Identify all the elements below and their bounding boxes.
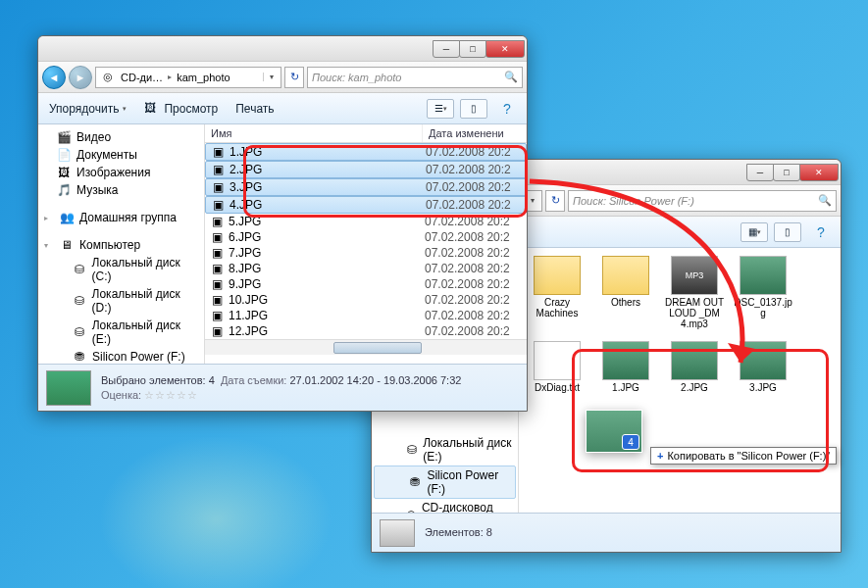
grid-item[interactable]: 1.JPG bbox=[595, 341, 656, 393]
sidebar-drive-selected[interactable]: ⛃Silicon Power (F:) bbox=[374, 466, 516, 499]
file-row[interactable]: ▣2.JPG07.02.2008 20:2 bbox=[205, 161, 527, 178]
file-row[interactable]: ▣6.JPG07.02.2008 20:2 bbox=[205, 229, 527, 245]
rating-stars[interactable]: ☆☆☆☆☆ bbox=[144, 389, 198, 401]
image-file-icon: ▣ bbox=[209, 309, 225, 322]
item-label: Crazy Machines bbox=[527, 297, 587, 318]
sidebar-lib-images[interactable]: 🖼Изображения bbox=[38, 164, 204, 181]
file-date: 07.02.2008 20:2 bbox=[425, 230, 510, 244]
preview-pane-button[interactable]: ▯ bbox=[774, 222, 801, 242]
grid-item[interactable]: DSC_0137.jpg bbox=[733, 256, 793, 329]
image-icon: 🖼 bbox=[56, 166, 72, 179]
view-button[interactable]: ☰ ▾ bbox=[427, 99, 454, 119]
breadcrumb[interactable]: ◎ CD-ди… ▸ kam_photo ▾ bbox=[95, 67, 281, 88]
file-row[interactable]: ▣8.JPG07.02.2008 20:2 bbox=[205, 261, 527, 276]
file-row[interactable]: ▣1.JPG07.02.2008 20:2 bbox=[205, 143, 527, 161]
file-list[interactable]: Имя Дата изменени ▣1.JPG07.02.2008 20:2▣… bbox=[205, 124, 527, 364]
file-row[interactable]: ▣9.JPG07.02.2008 20:2 bbox=[205, 276, 527, 292]
grid-item[interactable]: Crazy Machines bbox=[527, 256, 587, 329]
col-name[interactable]: Имя bbox=[205, 124, 423, 142]
status-bar: Элементов: 8 bbox=[372, 513, 841, 552]
sidebar-lib-docs[interactable]: 📄Документы bbox=[38, 146, 204, 164]
maximize-button[interactable]: □ bbox=[773, 164, 800, 181]
image-file-icon: ▣ bbox=[210, 163, 226, 176]
txt-icon bbox=[534, 341, 581, 380]
file-row[interactable]: ▣7.JPG07.02.2008 20:2 bbox=[205, 245, 527, 261]
maximize-button[interactable]: □ bbox=[459, 40, 486, 58]
item-label: DxDiag.txt bbox=[535, 382, 580, 393]
img-icon bbox=[740, 256, 787, 295]
breadcrumb-seg[interactable]: CD-ди… bbox=[118, 72, 166, 83]
file-name: 4.JPG bbox=[230, 198, 426, 212]
sidebar-drive[interactable]: ⛁Локальный диск (D:) bbox=[38, 285, 204, 317]
sidebar-drive[interactable]: ◎CD-дисковод (H:) Land bbox=[372, 499, 518, 513]
file-name: 1.JPG bbox=[230, 145, 426, 159]
file-icon-grid[interactable]: Crazy MachinesOthersMP3DREAM OUT LOUD _D… bbox=[519, 248, 841, 513]
organize-button[interactable]: Упорядочить ▾ bbox=[44, 100, 131, 118]
horizontal-scrollbar[interactable] bbox=[205, 339, 527, 355]
col-date[interactable]: Дата изменени bbox=[423, 124, 527, 142]
refresh-button[interactable]: ↻ bbox=[284, 67, 304, 88]
file-row[interactable]: ▣11.JPG07.02.2008 20:2 bbox=[205, 308, 527, 323]
usb-drive-icon: ⛃ bbox=[408, 475, 422, 489]
sidebar-homegroup[interactable]: ▸👥Домашняя группа bbox=[38, 207, 204, 226]
column-headers[interactable]: Имя Дата изменени bbox=[205, 124, 527, 143]
search-input[interactable]: Поиск: Silicon Power (F:) 🔍 bbox=[568, 190, 837, 212]
preview-button[interactable]: 🖼Просмотр bbox=[139, 99, 223, 119]
help-button[interactable]: ? bbox=[807, 222, 835, 242]
nav-back-button[interactable]: ◄ bbox=[42, 66, 66, 89]
plus-icon: + bbox=[657, 450, 663, 462]
scrollbar-thumb[interactable] bbox=[333, 342, 422, 354]
status-count: Элементов: 8 bbox=[425, 525, 492, 540]
grid-item[interactable]: DxDiag.txt bbox=[527, 341, 587, 393]
file-row[interactable]: ▣4.JPG07.02.2008 20:2 bbox=[205, 196, 527, 214]
sidebar-drive[interactable]: ⛁Локальный диск (E:) bbox=[38, 317, 204, 348]
image-file-icon: ▣ bbox=[209, 324, 225, 338]
help-button[interactable]: ? bbox=[493, 99, 521, 119]
file-row[interactable]: ▣10.JPG07.02.2008 20:2 bbox=[205, 292, 527, 308]
grid-item[interactable]: MP3DREAM OUT LOUD _DM 4.mp3 bbox=[664, 256, 725, 329]
preview-pane-button[interactable]: ▯ bbox=[460, 99, 487, 119]
view-button[interactable]: ▦ ▾ bbox=[740, 222, 768, 242]
search-icon: 🔍 bbox=[818, 194, 832, 207]
drop-tooltip: + Копировать в "Silicon Power (F:)" bbox=[650, 447, 837, 465]
grid-item[interactable]: Others bbox=[595, 256, 656, 329]
image-file-icon: ▣ bbox=[209, 230, 225, 244]
file-name: 8.JPG bbox=[229, 262, 425, 275]
file-row[interactable]: ▣12.JPG07.02.2008 20:2 bbox=[205, 323, 527, 339]
video-icon: 🎬 bbox=[56, 130, 72, 144]
grid-item[interactable]: 3.JPG bbox=[733, 341, 793, 393]
sidebar-drive[interactable]: ⛁Локальный диск (C:) bbox=[38, 254, 204, 285]
item-label: DSC_0137.jpg bbox=[733, 297, 793, 318]
file-row[interactable]: ▣5.JPG07.02.2008 20:2 bbox=[205, 214, 527, 229]
image-file-icon: ▣ bbox=[209, 293, 225, 307]
file-date: 07.02.2008 20:2 bbox=[425, 215, 510, 228]
drive-icon: ⛁ bbox=[72, 294, 87, 308]
titlebar[interactable]: ─ □ ✕ bbox=[38, 36, 527, 62]
minimize-button[interactable]: ─ bbox=[746, 164, 774, 181]
file-name: 7.JPG bbox=[229, 246, 425, 260]
drag-ghost: 4 bbox=[586, 410, 642, 453]
image-file-icon: ▣ bbox=[209, 262, 225, 275]
sidebar-computer[interactable]: ▾🖥Компьютер bbox=[38, 234, 204, 254]
file-name: 3.JPG bbox=[230, 180, 426, 194]
breadcrumb-history[interactable]: ▾ bbox=[263, 73, 277, 81]
item-label: 2.JPG bbox=[681, 382, 708, 393]
img-icon bbox=[602, 341, 649, 380]
close-button[interactable]: ✕ bbox=[799, 164, 839, 181]
close-button[interactable]: ✕ bbox=[485, 40, 525, 58]
breadcrumb-seg[interactable]: kam_photo bbox=[174, 72, 232, 83]
sidebar-drive[interactable]: ⛃Silicon Power (F:) bbox=[38, 348, 204, 364]
grid-item[interactable]: 2.JPG bbox=[664, 341, 725, 393]
refresh-button[interactable]: ↻ bbox=[545, 190, 565, 212]
sidebar-drive[interactable]: ⛁Локальный диск (E:) bbox=[372, 434, 518, 466]
sidebar-lib-music[interactable]: 🎵Музыка bbox=[38, 181, 204, 199]
print-button[interactable]: Печать bbox=[230, 100, 279, 118]
search-input[interactable]: Поиск: kam_photo 🔍 bbox=[307, 67, 523, 88]
sidebar-lib-video[interactable]: 🎬Видео bbox=[38, 128, 204, 146]
file-row[interactable]: ▣3.JPG07.02.2008 20:2 bbox=[205, 178, 527, 196]
minimize-button[interactable]: ─ bbox=[433, 40, 460, 58]
status-selected: Выбрано элементов: 4 bbox=[101, 374, 215, 386]
nav-forward-button[interactable]: ► bbox=[69, 66, 92, 89]
chevron-down-icon: ▾ bbox=[44, 241, 54, 250]
cd-drive-icon: ◎ bbox=[405, 508, 417, 513]
